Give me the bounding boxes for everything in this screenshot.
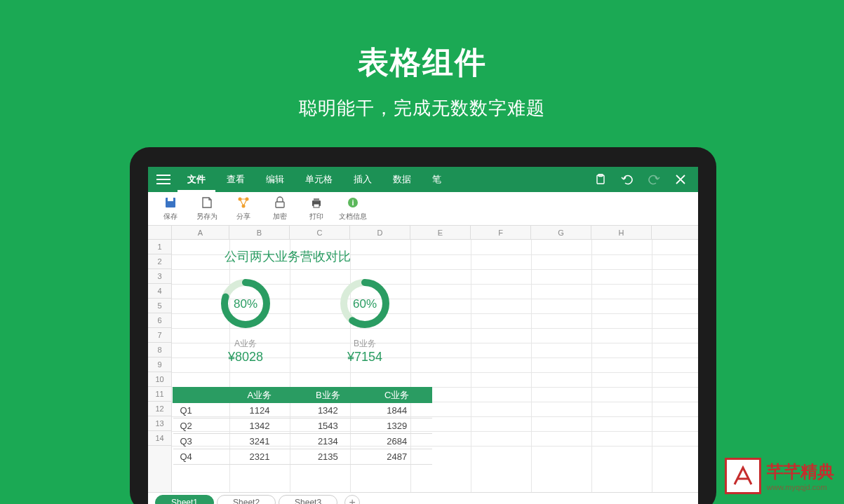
menu-tab-1[interactable]: 查看: [217, 167, 255, 192]
tool-1[interactable]: 另存为: [189, 196, 225, 222]
sheet-tab[interactable]: Sheet3: [279, 495, 337, 505]
donut-b-value: ¥7154: [319, 350, 410, 365]
tool-0[interactable]: 保存: [152, 196, 189, 222]
menu-bar: 文件查看编辑单元格插入数据笔: [148, 167, 698, 192]
svg-rect-3: [168, 198, 173, 201]
menu-tab-2[interactable]: 编辑: [256, 167, 294, 192]
col-header[interactable]: G: [531, 226, 591, 239]
close-icon[interactable]: [674, 173, 687, 186]
svg-rect-7: [276, 202, 284, 207]
row-header[interactable]: 10: [148, 372, 171, 387]
sheet-tab[interactable]: Sheet2: [217, 495, 276, 505]
donut-b-label: B业务: [319, 338, 410, 350]
tablet-frame: 文件查看编辑单元格插入数据笔 保存另存为分享加密打印i文档信息 ABCDEFGH: [130, 147, 716, 504]
watermark-text: 芊芊精典: [767, 461, 834, 483]
menu-tab-4[interactable]: 插入: [344, 167, 382, 192]
headline-subtitle: 聪明能干，完成无数数字难题: [0, 96, 844, 121]
row-header[interactable]: 13: [148, 416, 171, 431]
tool-icon: [262, 196, 298, 210]
col-header[interactable]: H: [591, 226, 652, 239]
col-header[interactable]: C: [290, 226, 350, 239]
svg-rect-10: [314, 204, 319, 207]
sheet-tab-bar: Sheet1Sheet2Sheet3+: [148, 492, 698, 504]
headline-title: 表格组件: [0, 42, 844, 83]
svg-rect-9: [314, 198, 319, 201]
row-header[interactable]: 4: [148, 284, 171, 299]
col-header[interactable]: F: [471, 226, 531, 239]
paste-icon[interactable]: [594, 173, 607, 186]
tool-icon: i: [335, 196, 371, 210]
row-header[interactable]: 6: [148, 313, 171, 328]
table-header: C业务: [362, 388, 431, 403]
redo-icon[interactable]: [648, 173, 660, 186]
table-row: Q4232121352487: [173, 449, 432, 465]
column-header-row: ABCDEFGH: [148, 226, 698, 240]
table-row: Q3324121342684: [173, 434, 432, 449]
watermark-logo-icon: [725, 458, 761, 494]
watermark: 芊芊精典 www.myqqjd.com: [725, 458, 834, 494]
row-header[interactable]: 11: [148, 387, 171, 402]
table-header: A业务: [225, 388, 293, 403]
menu-tab-5[interactable]: 数据: [383, 167, 421, 192]
donut-a: 80% A业务 ¥8028: [200, 276, 291, 365]
chart-title: 公司两大业务营收对比: [172, 248, 403, 265]
tool-icon: [189, 196, 225, 210]
col-header[interactable]: E: [410, 226, 471, 239]
row-header[interactable]: 1: [148, 240, 171, 254]
hamburger-icon[interactable]: [154, 175, 173, 184]
data-table: A业务B业务C业务Q1112413421844Q2134215431329Q33…: [173, 387, 432, 465]
donut-a-value: ¥8028: [200, 350, 291, 365]
row-header[interactable]: 2: [148, 254, 171, 269]
svg-text:i: i: [351, 198, 354, 207]
col-header[interactable]: A: [172, 226, 229, 239]
app-screen: 文件查看编辑单元格插入数据笔 保存另存为分享加密打印i文档信息 ABCDEFGH: [148, 167, 698, 504]
tool-3[interactable]: 加密: [262, 196, 298, 222]
menu-tab-3[interactable]: 单元格: [295, 167, 342, 192]
menu-tab-0[interactable]: 文件: [177, 167, 215, 192]
row-header[interactable]: 9: [148, 357, 171, 372]
table-header: B业务: [294, 388, 362, 403]
row-header[interactable]: 3: [148, 269, 171, 284]
undo-icon[interactable]: [621, 173, 634, 186]
tool-icon: [152, 196, 189, 210]
tool-icon: [225, 196, 262, 210]
spreadsheet-grid[interactable]: 1234567891011121314 公司两大业务营收对比 80% A业务 ¥…: [148, 240, 698, 492]
donut-a-label: A业务: [200, 338, 291, 350]
row-header[interactable]: 5: [148, 299, 171, 313]
toolbar: 保存另存为分享加密打印i文档信息: [148, 192, 698, 226]
row-header[interactable]: 14: [148, 431, 171, 446]
tool-5[interactable]: i文档信息: [335, 196, 371, 222]
menu-tab-6[interactable]: 笔: [422, 167, 451, 192]
row-header[interactable]: 12: [148, 402, 171, 416]
table-row: Q2134215431329: [173, 418, 432, 434]
row-header[interactable]: 7: [148, 328, 171, 343]
sheet-tab[interactable]: Sheet1: [155, 495, 214, 505]
donut-b: 60% B业务 ¥7154: [319, 276, 410, 365]
table-row: Q1112413421844: [173, 403, 432, 418]
svg-text:60%: 60%: [353, 297, 377, 311]
tool-icon: [298, 196, 335, 210]
tool-4[interactable]: 打印: [298, 196, 335, 222]
col-header[interactable]: D: [350, 226, 410, 239]
svg-text:80%: 80%: [234, 297, 257, 311]
add-sheet-button[interactable]: +: [344, 495, 360, 505]
tool-2[interactable]: 分享: [225, 196, 262, 222]
col-header[interactable]: B: [229, 226, 290, 239]
watermark-subtext: www.myqqjd.com: [767, 483, 834, 491]
table-header: [173, 388, 226, 403]
row-header[interactable]: 8: [148, 343, 171, 357]
